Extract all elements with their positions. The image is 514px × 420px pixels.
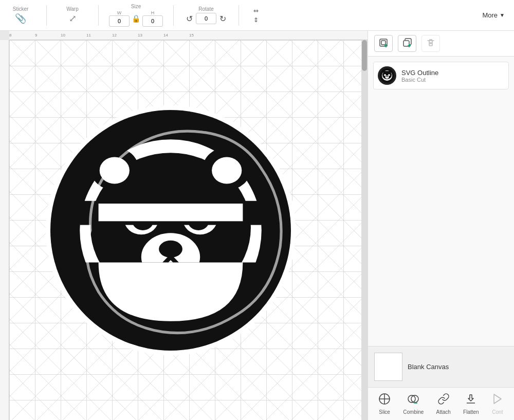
grid-canvas[interactable] xyxy=(9,40,368,420)
canvas-thumb xyxy=(374,353,402,381)
attach-label: Attach xyxy=(436,409,451,415)
warp-label: Warp xyxy=(66,6,79,12)
cont-icon xyxy=(491,393,504,408)
right-panel: Layers Color Sync ✕ xyxy=(368,0,514,420)
flip-h-btn[interactable]: ⇔ xyxy=(251,6,261,15)
rotate-ccw-btn[interactable]: ↺ xyxy=(184,13,195,25)
more-label: More xyxy=(482,11,498,19)
combine-icon xyxy=(407,393,419,408)
layer-item-svg-outline[interactable]: SVG Outline Basic Cut xyxy=(373,62,509,89)
cont-label: Cont xyxy=(492,409,503,415)
sticker-tool: Sticker 📎 xyxy=(5,6,36,24)
svg-point-31 xyxy=(383,71,386,74)
rotate-input[interactable] xyxy=(196,13,216,24)
flatten-icon xyxy=(465,393,477,408)
svg-point-34 xyxy=(388,74,390,76)
rotate-label: Rotate xyxy=(198,6,213,12)
height-input[interactable] xyxy=(142,15,163,27)
combine-button[interactable]: Combine xyxy=(403,393,424,415)
attach-button[interactable]: Attach xyxy=(436,393,451,415)
ruler-num-11: 11 xyxy=(86,33,91,38)
layer-thumb-svg xyxy=(379,68,395,83)
ruler-num-12: 12 xyxy=(112,33,117,38)
slice-label: Slice xyxy=(379,409,390,415)
main-toolbar: Sticker 📎 Warp ⤢ Size W 🔒 H Rotate ↺ xyxy=(0,0,514,31)
attach-icon xyxy=(437,393,450,408)
ruler-top: 8 9 10 11 12 13 14 15 xyxy=(9,31,368,40)
lock-icon[interactable]: 🔒 xyxy=(132,14,140,23)
rotate-tool: Rotate ↺ ↻ xyxy=(184,6,228,25)
panel-toolbar xyxy=(368,31,514,57)
svg-point-6 xyxy=(99,157,129,184)
ruler-num-14: 14 xyxy=(163,33,168,38)
canvas-area[interactable]: 8 9 10 11 12 13 14 15 xyxy=(0,31,368,420)
cont-button[interactable]: Cont xyxy=(491,393,504,415)
svg-point-33 xyxy=(384,74,386,76)
svg-point-7 xyxy=(212,157,242,184)
divider-3 xyxy=(173,5,174,26)
ruler-num-13: 13 xyxy=(138,33,142,38)
size-tool: Size W 🔒 H xyxy=(109,4,163,27)
ruler-num-8: 8 xyxy=(9,33,11,38)
add-layer-btn[interactable] xyxy=(374,35,393,52)
layer-list: SVG Outline Basic Cut xyxy=(368,57,514,346)
ruler-num-10: 10 xyxy=(61,33,65,38)
more-button[interactable]: More ▼ xyxy=(478,9,509,21)
flatten-label: Flatten xyxy=(463,409,479,415)
flip-tools: ⇔ ⇕ xyxy=(251,6,261,25)
slice-icon xyxy=(378,393,391,408)
ruler-num-9: 9 xyxy=(35,33,37,38)
canvas-preview: Blank Canvas xyxy=(368,346,514,387)
flatten-button[interactable]: Flatten xyxy=(463,393,479,415)
more-arrow-icon: ▼ xyxy=(500,12,505,18)
divider-2 xyxy=(98,5,99,26)
scrollbar-right[interactable] xyxy=(361,40,368,420)
flip-v-btn[interactable]: ⇕ xyxy=(251,15,261,25)
layer-info: SVG Outline Basic Cut xyxy=(401,69,438,83)
ruler-num-15: 15 xyxy=(189,33,194,38)
layer-name: SVG Outline xyxy=(401,69,438,77)
divider-4 xyxy=(238,5,239,26)
delete-layer-btn[interactable] xyxy=(421,35,440,52)
layer-type: Basic Cut xyxy=(401,77,438,83)
slice-button[interactable]: Slice xyxy=(378,393,391,415)
design-svg xyxy=(37,97,304,364)
copy-layer-btn[interactable] xyxy=(398,35,416,52)
rotate-cw-btn[interactable]: ↻ xyxy=(217,13,228,25)
ruler-left xyxy=(0,40,9,420)
sticker-label: Sticker xyxy=(13,6,29,12)
svg-point-15 xyxy=(159,240,182,257)
scrollbar-thumb[interactable] xyxy=(362,40,367,71)
size-label: Size xyxy=(131,4,141,9)
layer-thumb xyxy=(378,66,396,85)
combine-label: Combine xyxy=(403,409,424,415)
divider-1 xyxy=(46,5,47,26)
svg-point-36 xyxy=(387,76,388,77)
bottom-actions: Slice Combine Attach xyxy=(368,387,514,420)
svg-rect-18 xyxy=(98,204,243,221)
svg-point-32 xyxy=(388,71,391,74)
warp-tool: Warp ⤢ xyxy=(57,6,88,24)
svg-rect-20 xyxy=(381,41,386,45)
canvas-label: Blank Canvas xyxy=(408,363,449,371)
width-input[interactable] xyxy=(109,15,130,27)
